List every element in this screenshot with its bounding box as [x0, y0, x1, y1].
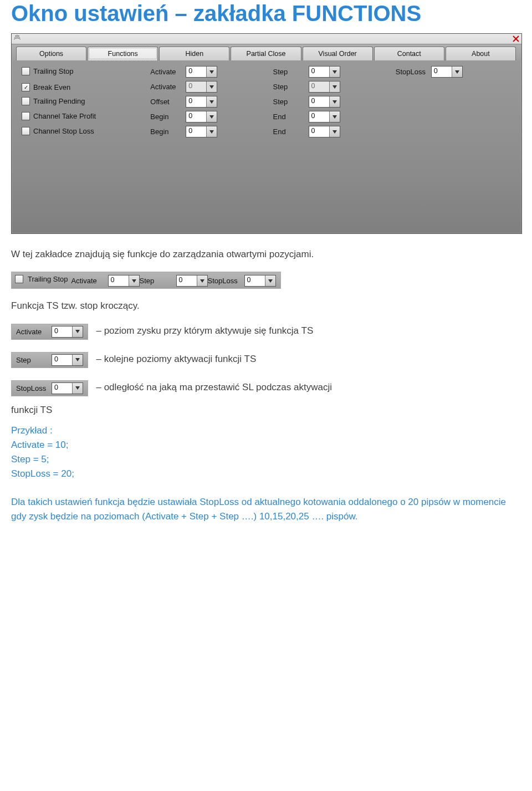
stoploss-field: StopLoss0	[16, 382, 83, 394]
begin-field: Begin0	[150, 126, 217, 137]
checkbox-break-even[interactable]: ✓Break Even	[21, 82, 74, 93]
combo-value: 0	[186, 96, 206, 107]
offset-combo[interactable]: 0	[186, 96, 217, 108]
row-trailing-pending: Trailing PendingOffset0Step0	[18, 95, 515, 109]
combo-value: 0	[186, 81, 206, 92]
step-combo: 0	[309, 81, 340, 93]
combo-value: 0	[186, 126, 206, 137]
combo-value: 0	[186, 111, 206, 122]
field-label: End	[273, 113, 305, 121]
combo-value: 0	[52, 355, 72, 365]
chevron-down-icon	[329, 67, 340, 77]
example-line: Step = 5;	[11, 454, 521, 465]
begin-combo[interactable]: 0	[186, 111, 217, 123]
tab-functions[interactable]: Functions	[88, 47, 158, 60]
ts-line: Funkcja TS tzw. stop kroczący.	[11, 299, 521, 313]
step-field: Step0	[16, 354, 83, 366]
chevron-down-icon	[206, 111, 217, 122]
row-break-even: ✓Break EvenActivate0Step0	[18, 80, 515, 94]
combo-value: 0	[52, 383, 72, 394]
combo-value: 0	[52, 326, 72, 337]
step-field: Step0	[273, 96, 340, 108]
example-line: StopLoss = 20;	[11, 468, 521, 479]
checkbox-box-icon	[22, 112, 30, 120]
activate-field: Activate0	[16, 326, 83, 338]
combo-value: 0	[309, 67, 329, 77]
tab-about[interactable]: About	[446, 47, 516, 60]
field-label: Begin	[150, 113, 182, 121]
chevron-down-icon	[206, 67, 217, 77]
field-label: End	[273, 127, 305, 136]
activate-combo[interactable]: 0	[52, 326, 83, 338]
combo-value: 0	[245, 275, 265, 286]
end-combo[interactable]: 0	[309, 111, 340, 123]
checkbox-label: Channel Stop Loss	[33, 127, 94, 135]
checkbox-label: Trailing Stop	[33, 67, 74, 75]
field-label: Activate	[71, 277, 104, 285]
checkbox-box-icon	[15, 275, 23, 283]
step-combo[interactable]: 0	[176, 275, 208, 287]
stoploss-combo[interactable]: 0	[431, 66, 463, 78]
checkbox-channel-stop-loss[interactable]: Channel Stop Loss	[21, 126, 98, 136]
stoploss-description-tail: funkcji TS	[11, 403, 521, 417]
end-field: End0	[273, 126, 340, 137]
step-field: Step0	[273, 66, 340, 78]
end-combo[interactable]: 0	[309, 126, 340, 137]
chevron-down-icon	[72, 383, 83, 394]
step-combo[interactable]: 0	[309, 96, 340, 108]
combo-value: 0	[109, 275, 129, 286]
combo-value: 0	[309, 81, 329, 92]
checkbox-trailing-stop[interactable]: Trailing Stop	[14, 274, 71, 284]
stoploss-combo[interactable]: 0	[244, 275, 276, 287]
begin-combo[interactable]: 0	[186, 126, 217, 137]
stoploss-field: StopLoss0	[208, 275, 276, 287]
chevron-down-icon	[265, 275, 275, 286]
chevron-down-icon	[329, 126, 340, 137]
titlebar	[12, 34, 521, 44]
step-combo[interactable]: 0	[309, 66, 340, 78]
checkbox-label: Channel Take Profit	[33, 112, 96, 120]
checkbox-channel-take-profit[interactable]: Channel Take Profit	[21, 111, 99, 121]
intro-text: W tej zakładce znajdują się funkcje do z…	[11, 247, 521, 262]
page-title: Okno ustawień – zakładka FUNCTIONS	[11, 0, 521, 27]
activate-combo[interactable]: 0	[108, 275, 140, 287]
step-field: Step0	[140, 275, 208, 287]
window-icon	[14, 35, 21, 43]
checkbox-trailing-stop[interactable]: Trailing Stop	[21, 66, 77, 76]
tab-visual-order[interactable]: Visual Order	[303, 47, 373, 60]
field-label: Step	[273, 98, 305, 106]
stoploss-field-chip: StopLoss0	[11, 380, 88, 396]
tab-contact[interactable]: Contact	[374, 47, 444, 60]
combo-value: 0	[177, 275, 197, 286]
checkbox-label: Trailing Pending	[33, 97, 85, 105]
tab-options[interactable]: Options	[16, 47, 86, 60]
field-label: Activate	[150, 83, 182, 91]
row-channel-take-profit: Channel Take ProfitBegin0End0	[18, 110, 515, 124]
combo-value: 0	[186, 67, 206, 77]
activate-field: Activate0	[71, 275, 140, 287]
tab-partial-close[interactable]: Partial Close	[231, 47, 301, 60]
chevron-down-icon	[129, 275, 139, 286]
chevron-down-icon	[206, 96, 217, 107]
checkbox-box-icon	[22, 97, 30, 105]
checkbox-trailing-pending[interactable]: Trailing Pending	[21, 96, 88, 106]
activate-combo: 0	[186, 81, 217, 93]
close-icon[interactable]	[513, 35, 519, 42]
tab-hiden[interactable]: Hiden	[159, 47, 229, 60]
activate-field: Activate0	[150, 66, 217, 78]
step-combo[interactable]: 0	[52, 354, 83, 366]
checkbox-box-icon	[22, 127, 30, 135]
combo-value: 0	[309, 111, 329, 122]
step-field: Step0	[273, 81, 340, 93]
field-label: StopLoss	[396, 68, 428, 76]
chevron-down-icon	[206, 126, 217, 137]
chevron-down-icon	[197, 275, 207, 286]
field-label: Activate	[16, 328, 48, 336]
field-label: StopLoss	[208, 277, 240, 285]
field-label: StopLoss	[16, 384, 48, 392]
row-trailing-stop: Trailing StopActivate0Step0StopLoss0	[18, 65, 515, 79]
activate-description: – poziom zysku przy którym aktywuje się …	[96, 325, 313, 336]
activate-combo[interactable]: 0	[186, 66, 217, 78]
field-label: Step	[140, 277, 172, 285]
stoploss-combo[interactable]: 0	[52, 382, 83, 394]
